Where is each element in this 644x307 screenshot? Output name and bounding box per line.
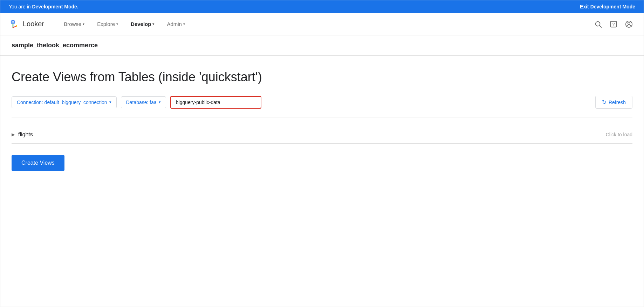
top-navigation: Looker Browse ▾ Explore ▾ Develop ▾ Admi… [0, 13, 644, 35]
logo: Looker [9, 19, 44, 30]
connection-label: Connection: default_bigquery_connection [17, 100, 107, 105]
svg-line-6 [600, 26, 601, 27]
explore-chevron-icon: ▾ [116, 22, 118, 26]
refresh-label: Refresh [609, 100, 626, 105]
connection-chevron-icon: ▾ [109, 100, 111, 104]
create-views-button[interactable]: Create Views [12, 155, 64, 171]
table-row: ▶ flights Click to load [12, 126, 632, 144]
nav-items: Browse ▾ Explore ▾ Develop ▾ Admin ▾ [58, 18, 592, 30]
project-title: sample_thelook_ecommerce [12, 42, 98, 49]
filter-row: Connection: default_bigquery_connection … [12, 96, 632, 117]
dev-mode-message: You are in Development Mode. [9, 4, 78, 9]
page-heading: Create Views from Tables (inside 'quicks… [12, 70, 632, 84]
schema-input[interactable] [170, 96, 261, 109]
svg-point-4 [16, 25, 17, 27]
nav-develop[interactable]: Develop ▾ [125, 18, 160, 30]
database-label: Database: faa [126, 100, 157, 105]
search-icon[interactable] [592, 18, 604, 30]
table-list: ▶ flights Click to load [12, 126, 632, 144]
nav-admin[interactable]: Admin ▾ [161, 18, 191, 30]
table-name: flights [18, 131, 33, 138]
looker-logo-icon [9, 19, 20, 30]
nav-explore[interactable]: Explore ▾ [91, 18, 124, 30]
app-container: You are in Development Mode. Exit Develo… [0, 0, 644, 307]
browse-chevron-icon: ▾ [83, 22, 84, 26]
develop-chevron-icon: ▾ [152, 22, 154, 26]
dev-mode-banner: You are in Development Mode. Exit Develo… [0, 0, 644, 13]
refresh-button[interactable]: ↻ Refresh [595, 96, 632, 109]
svg-point-10 [628, 22, 630, 24]
svg-text:?: ? [612, 22, 615, 27]
nav-actions: ? [592, 18, 635, 30]
exit-dev-mode-button[interactable]: Exit Development Mode [580, 4, 635, 9]
expand-icon[interactable]: ▶ [12, 132, 15, 137]
admin-chevron-icon: ▾ [183, 22, 185, 26]
database-chevron-icon: ▾ [159, 100, 161, 104]
click-to-load-label: Click to load [606, 132, 632, 137]
project-title-bar: sample_thelook_ecommerce [0, 35, 644, 56]
nav-browse[interactable]: Browse ▾ [58, 18, 90, 30]
database-dropdown[interactable]: Database: faa ▾ [121, 96, 166, 108]
account-icon[interactable] [623, 18, 635, 30]
refresh-icon: ↻ [602, 99, 607, 105]
connection-dropdown[interactable]: Connection: default_bigquery_connection … [12, 96, 117, 108]
table-row-left: ▶ flights [12, 131, 33, 138]
help-icon[interactable]: ? [607, 18, 620, 30]
logo-text: Looker [23, 20, 44, 28]
main-content: Create Views from Tables (inside 'quicks… [0, 56, 644, 185]
svg-point-1 [12, 21, 14, 23]
